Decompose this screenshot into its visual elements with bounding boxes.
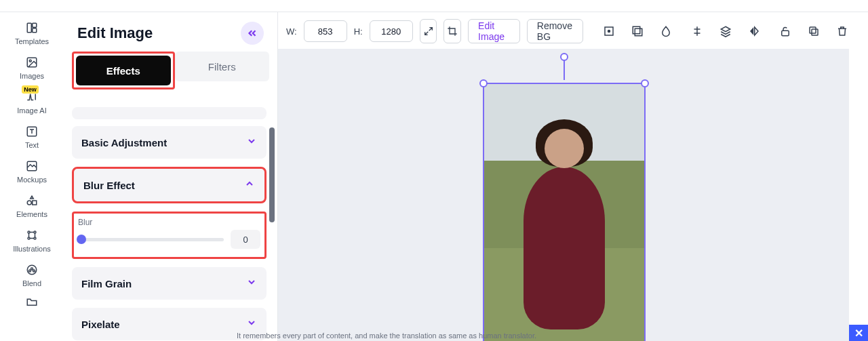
svg-rect-0 bbox=[27, 23, 31, 33]
edit-image-button[interactable]: Edit Image bbox=[468, 19, 520, 43]
svg-rect-8 bbox=[33, 201, 37, 205]
crop-icon bbox=[447, 26, 458, 37]
chevron-down-icon bbox=[246, 277, 257, 290]
droplet-button[interactable] bbox=[654, 19, 678, 43]
align-button[interactable] bbox=[685, 19, 709, 43]
expand-icon bbox=[423, 26, 434, 37]
text-icon bbox=[24, 124, 39, 139]
rail-item-templates[interactable]: Templates bbox=[15, 20, 49, 45]
photo-subject bbox=[524, 167, 605, 329]
rail-item-mockups[interactable]: Mockups bbox=[17, 159, 47, 184]
duplicate-button[interactable] bbox=[802, 19, 826, 43]
rail-label: Elements bbox=[16, 210, 47, 218]
accordion-blur-effect[interactable]: Blur Effect bbox=[72, 167, 267, 203]
collapse-panel-button[interactable] bbox=[241, 22, 264, 45]
rail-label: Illustrations bbox=[13, 245, 51, 253]
illustrations-icon bbox=[24, 228, 39, 243]
svg-point-12 bbox=[34, 237, 36, 239]
accordion-title: Blur Effect bbox=[83, 180, 135, 191]
accordion-title: Film Grain bbox=[81, 278, 132, 289]
shadow-button[interactable] bbox=[625, 19, 650, 43]
expand-button[interactable] bbox=[420, 19, 437, 43]
svg-rect-19 bbox=[633, 26, 640, 34]
rail-item-illustrations[interactable]: Illustrations bbox=[13, 228, 51, 253]
remove-bg-button[interactable]: Remove BG bbox=[527, 19, 583, 43]
align-icon bbox=[691, 25, 703, 37]
blur-value[interactable]: 0 bbox=[231, 230, 260, 249]
tab-filters[interactable]: Filters bbox=[175, 52, 270, 81]
rail-item-more[interactable] bbox=[24, 294, 39, 309]
resize-handle-tr[interactable] bbox=[641, 79, 649, 87]
canvas[interactable] bbox=[278, 49, 849, 341]
rail-label: Mockups bbox=[17, 176, 47, 184]
delete-button[interactable] bbox=[830, 19, 854, 43]
droplet-icon bbox=[660, 25, 672, 37]
close-banner-button[interactable]: ✕ bbox=[849, 325, 868, 341]
svg-point-11 bbox=[28, 237, 30, 239]
lock-button[interactable] bbox=[773, 19, 797, 43]
rail-item-image-ai[interactable]: New Image AI bbox=[17, 89, 46, 115]
scrollbar-track[interactable] bbox=[269, 107, 275, 341]
blur-slider[interactable] bbox=[78, 238, 224, 241]
svg-rect-23 bbox=[810, 27, 816, 33]
resize-handle-tl[interactable] bbox=[479, 79, 488, 87]
templates-icon bbox=[24, 20, 39, 35]
accordion-title: Pixelate bbox=[81, 319, 120, 330]
rail-label: Text bbox=[25, 141, 39, 149]
svg-rect-20 bbox=[635, 28, 642, 36]
flip-button[interactable] bbox=[742, 19, 766, 43]
width-input[interactable] bbox=[304, 20, 347, 42]
chevron-down-icon bbox=[246, 317, 257, 331]
layers-icon bbox=[719, 25, 732, 37]
tab-effects[interactable]: Effects bbox=[76, 56, 171, 85]
rotation-handle[interactable] bbox=[560, 53, 568, 61]
rail-item-blend[interactable]: Blend bbox=[22, 262, 41, 287]
svg-point-9 bbox=[28, 231, 30, 233]
svg-point-15 bbox=[28, 270, 31, 272]
svg-point-10 bbox=[34, 231, 36, 233]
mockups-icon bbox=[24, 159, 39, 174]
left-tool-rail: Templates Images New Image AI Text Mocku… bbox=[0, 12, 64, 341]
toolbar-group-actions bbox=[773, 19, 854, 43]
rail-item-text[interactable]: Text bbox=[24, 124, 39, 149]
layers-button[interactable] bbox=[713, 19, 738, 43]
svg-rect-22 bbox=[812, 29, 818, 35]
svg-point-14 bbox=[31, 268, 33, 270]
rail-label: Blend bbox=[22, 279, 41, 287]
svg-rect-21 bbox=[782, 31, 789, 36]
panel-title: Edit Image bbox=[77, 24, 153, 42]
selection-box[interactable] bbox=[483, 83, 646, 341]
svg-point-18 bbox=[608, 31, 610, 33]
chevron-up-icon bbox=[244, 178, 255, 192]
rail-item-elements[interactable]: Elements bbox=[16, 193, 47, 218]
rail-label: Images bbox=[20, 72, 44, 80]
svg-rect-2 bbox=[33, 28, 37, 33]
svg-point-7 bbox=[27, 201, 31, 205]
unlock-icon bbox=[779, 25, 791, 37]
rail-label: Image AI bbox=[17, 106, 46, 115]
rail-item-images[interactable]: Images bbox=[20, 55, 44, 80]
crop-button[interactable] bbox=[443, 19, 461, 43]
frame-icon bbox=[603, 25, 615, 37]
shadow-icon bbox=[631, 25, 644, 37]
scrollbar-thumb[interactable] bbox=[269, 127, 275, 222]
slider-thumb[interactable] bbox=[77, 235, 86, 244]
footer-snippet: It remembers every part of content, and … bbox=[136, 332, 637, 341]
panel-scroll: Basic Adjustment Blur Effect Blur 0 Film… bbox=[64, 107, 277, 341]
accordion-film-grain[interactable]: Film Grain bbox=[72, 267, 267, 300]
svg-point-4 bbox=[29, 60, 31, 62]
new-badge: New bbox=[22, 85, 39, 94]
height-input[interactable] bbox=[370, 20, 413, 42]
toolbar-group-arrange bbox=[685, 19, 766, 43]
edit-image-panel: Edit Image Effects Filters Basic Adjustm… bbox=[64, 12, 278, 341]
frame-button[interactable] bbox=[597, 19, 621, 43]
svg-point-16 bbox=[33, 270, 35, 272]
width-label: W: bbox=[286, 26, 297, 37]
images-icon bbox=[24, 55, 39, 70]
rail-label: Templates bbox=[15, 37, 49, 45]
chevron-down-icon bbox=[246, 136, 257, 149]
selected-image[interactable] bbox=[484, 84, 644, 341]
folder-icon bbox=[24, 294, 39, 309]
flip-icon bbox=[748, 25, 760, 37]
accordion-basic-adjustment[interactable]: Basic Adjustment bbox=[72, 126, 267, 159]
